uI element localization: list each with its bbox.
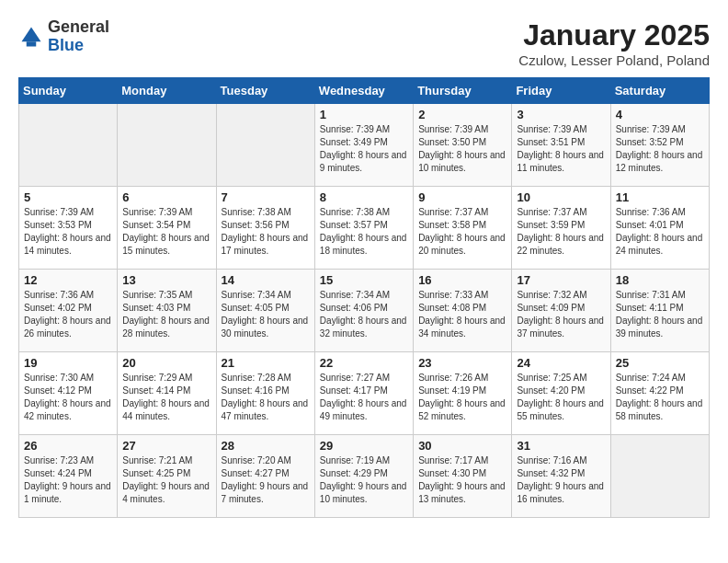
calendar-cell [216, 104, 314, 187]
calendar-cell: 29Sunrise: 7:19 AM Sunset: 4:29 PM Dayli… [314, 435, 413, 518]
day-number: 2 [418, 108, 506, 121]
svg-marker-0 [22, 27, 41, 41]
day-info: Sunrise: 7:39 AM Sunset: 3:49 PM Dayligh… [320, 123, 408, 175]
calendar-cell: 26Sunrise: 7:23 AM Sunset: 4:24 PM Dayli… [19, 435, 118, 518]
calendar-cell: 19Sunrise: 7:30 AM Sunset: 4:12 PM Dayli… [19, 352, 118, 435]
day-number: 17 [517, 273, 605, 287]
day-info: Sunrise: 7:39 AM Sunset: 3:53 PM Dayligh… [24, 206, 112, 258]
day-number: 23 [418, 356, 506, 370]
day-info: Sunrise: 7:21 AM Sunset: 4:25 PM Dayligh… [122, 454, 210, 506]
weekday-header-friday: Friday [512, 78, 610, 104]
weekday-header-wednesday: Wednesday [314, 78, 413, 104]
day-number: 30 [418, 439, 506, 453]
day-number: 3 [517, 108, 605, 121]
calendar-cell: 31Sunrise: 7:16 AM Sunset: 4:32 PM Dayli… [512, 435, 610, 518]
logo-blue-text: Blue [48, 36, 84, 54]
calendar-cell: 25Sunrise: 7:24 AM Sunset: 4:22 PM Dayli… [610, 352, 709, 435]
calendar-cell: 28Sunrise: 7:20 AM Sunset: 4:27 PM Dayli… [216, 435, 314, 518]
calendar-week-4: 19Sunrise: 7:30 AM Sunset: 4:12 PM Dayli… [19, 352, 710, 435]
calendar-cell: 17Sunrise: 7:32 AM Sunset: 4:09 PM Dayli… [512, 270, 610, 352]
day-number: 20 [122, 356, 210, 370]
day-number: 19 [24, 356, 112, 370]
calendar-cell: 16Sunrise: 7:33 AM Sunset: 4:08 PM Dayli… [414, 270, 512, 352]
calendar-cell: 5Sunrise: 7:39 AM Sunset: 3:53 PM Daylig… [19, 187, 118, 270]
day-number: 4 [616, 108, 704, 121]
calendar-cell: 13Sunrise: 7:35 AM Sunset: 4:03 PM Dayli… [118, 270, 216, 352]
day-number: 11 [616, 190, 704, 204]
calendar-week-5: 26Sunrise: 7:23 AM Sunset: 4:24 PM Dayli… [19, 435, 710, 518]
calendar-cell: 3Sunrise: 7:39 AM Sunset: 3:51 PM Daylig… [512, 104, 610, 187]
day-info: Sunrise: 7:29 AM Sunset: 4:14 PM Dayligh… [122, 372, 210, 423]
day-info: Sunrise: 7:38 AM Sunset: 3:57 PM Dayligh… [320, 206, 408, 258]
day-info: Sunrise: 7:39 AM Sunset: 3:52 PM Dayligh… [616, 123, 704, 175]
day-info: Sunrise: 7:17 AM Sunset: 4:30 PM Dayligh… [418, 454, 506, 506]
day-info: Sunrise: 7:39 AM Sunset: 3:54 PM Dayligh… [122, 206, 210, 258]
page-header: General Blue January 2025 Czulow, Lesser… [18, 18, 710, 68]
calendar-cell: 20Sunrise: 7:29 AM Sunset: 4:14 PM Dayli… [118, 352, 216, 435]
day-info: Sunrise: 7:26 AM Sunset: 4:19 PM Dayligh… [418, 372, 506, 423]
svg-rect-1 [27, 41, 37, 46]
day-info: Sunrise: 7:25 AM Sunset: 4:20 PM Dayligh… [517, 372, 605, 423]
day-info: Sunrise: 7:31 AM Sunset: 4:11 PM Dayligh… [616, 289, 704, 340]
calendar-cell: 18Sunrise: 7:31 AM Sunset: 4:11 PM Dayli… [610, 270, 709, 352]
calendar-cell [118, 104, 216, 187]
day-info: Sunrise: 7:38 AM Sunset: 3:56 PM Dayligh… [222, 206, 310, 258]
calendar-cell: 8Sunrise: 7:38 AM Sunset: 3:57 PM Daylig… [314, 187, 413, 270]
calendar-cell: 14Sunrise: 7:34 AM Sunset: 4:05 PM Dayli… [216, 270, 314, 352]
calendar-cell: 30Sunrise: 7:17 AM Sunset: 4:30 PM Dayli… [414, 435, 512, 518]
weekday-header-thursday: Thursday [414, 78, 512, 104]
day-number: 5 [24, 190, 112, 204]
weekday-header-tuesday: Tuesday [216, 78, 314, 104]
day-info: Sunrise: 7:24 AM Sunset: 4:22 PM Dayligh… [616, 372, 704, 423]
day-info: Sunrise: 7:36 AM Sunset: 4:01 PM Dayligh… [616, 206, 704, 258]
day-info: Sunrise: 7:37 AM Sunset: 3:59 PM Dayligh… [517, 206, 605, 258]
day-info: Sunrise: 7:20 AM Sunset: 4:27 PM Dayligh… [222, 454, 310, 506]
day-number: 26 [24, 439, 112, 453]
day-info: Sunrise: 7:33 AM Sunset: 4:08 PM Dayligh… [418, 289, 506, 340]
calendar-cell [19, 104, 118, 187]
calendar-week-3: 12Sunrise: 7:36 AM Sunset: 4:02 PM Dayli… [19, 270, 710, 352]
weekday-header-saturday: Saturday [610, 78, 709, 104]
calendar-cell: 11Sunrise: 7:36 AM Sunset: 4:01 PM Dayli… [610, 187, 709, 270]
day-number: 29 [320, 439, 408, 453]
calendar-body: 1Sunrise: 7:39 AM Sunset: 3:49 PM Daylig… [19, 104, 710, 518]
day-number: 15 [320, 273, 408, 287]
logo: General Blue [18, 18, 109, 55]
weekday-header-monday: Monday [118, 78, 216, 104]
day-info: Sunrise: 7:27 AM Sunset: 4:17 PM Dayligh… [320, 372, 408, 423]
day-number: 24 [517, 356, 605, 370]
calendar-cell: 10Sunrise: 7:37 AM Sunset: 3:59 PM Dayli… [512, 187, 610, 270]
day-info: Sunrise: 7:37 AM Sunset: 3:58 PM Dayligh… [418, 206, 506, 258]
day-number: 9 [418, 190, 506, 204]
day-number: 6 [122, 190, 210, 204]
calendar-cell: 21Sunrise: 7:28 AM Sunset: 4:16 PM Dayli… [216, 352, 314, 435]
weekday-row: SundayMondayTuesdayWednesdayThursdayFrid… [19, 78, 710, 104]
logo-icon [18, 24, 44, 50]
calendar-cell: 6Sunrise: 7:39 AM Sunset: 3:54 PM Daylig… [118, 187, 216, 270]
calendar-cell: 24Sunrise: 7:25 AM Sunset: 4:20 PM Dayli… [512, 352, 610, 435]
calendar-week-2: 5Sunrise: 7:39 AM Sunset: 3:53 PM Daylig… [19, 187, 710, 270]
day-info: Sunrise: 7:36 AM Sunset: 4:02 PM Dayligh… [24, 289, 112, 340]
calendar-cell: 2Sunrise: 7:39 AM Sunset: 3:50 PM Daylig… [414, 104, 512, 187]
day-number: 12 [24, 273, 112, 287]
day-number: 25 [616, 356, 704, 370]
day-info: Sunrise: 7:23 AM Sunset: 4:24 PM Dayligh… [24, 454, 112, 506]
day-number: 14 [222, 273, 310, 287]
day-number: 28 [222, 439, 310, 453]
day-number: 13 [122, 273, 210, 287]
calendar-cell: 9Sunrise: 7:37 AM Sunset: 3:58 PM Daylig… [414, 187, 512, 270]
day-number: 8 [320, 190, 408, 204]
calendar-table: SundayMondayTuesdayWednesdayThursdayFrid… [18, 77, 710, 518]
day-info: Sunrise: 7:28 AM Sunset: 4:16 PM Dayligh… [222, 372, 310, 423]
day-info: Sunrise: 7:34 AM Sunset: 4:06 PM Dayligh… [320, 289, 408, 340]
day-info: Sunrise: 7:39 AM Sunset: 3:51 PM Dayligh… [517, 123, 605, 175]
calendar-week-1: 1Sunrise: 7:39 AM Sunset: 3:49 PM Daylig… [19, 104, 710, 187]
calendar-subtitle: Czulow, Lesser Poland, Poland [518, 52, 710, 68]
day-info: Sunrise: 7:39 AM Sunset: 3:50 PM Dayligh… [418, 123, 506, 175]
calendar-cell: 23Sunrise: 7:26 AM Sunset: 4:19 PM Dayli… [414, 352, 512, 435]
day-number: 1 [320, 108, 408, 121]
day-info: Sunrise: 7:34 AM Sunset: 4:05 PM Dayligh… [222, 289, 310, 340]
day-number: 31 [517, 439, 605, 453]
calendar-cell: 7Sunrise: 7:38 AM Sunset: 3:56 PM Daylig… [216, 187, 314, 270]
calendar-cell: 1Sunrise: 7:39 AM Sunset: 3:49 PM Daylig… [314, 104, 413, 187]
